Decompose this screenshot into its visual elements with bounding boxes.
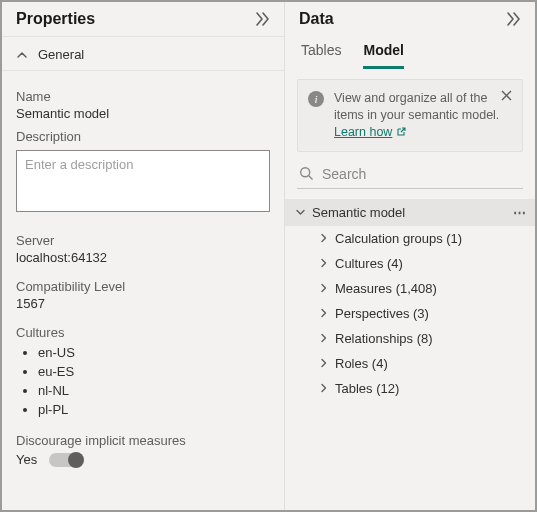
tree-root-more-button[interactable]: ⋯ xyxy=(513,205,527,220)
chevron-right-icon xyxy=(319,333,329,343)
chevron-double-right-icon xyxy=(255,12,271,26)
svg-point-0 xyxy=(301,168,310,177)
tab-tables[interactable]: Tables xyxy=(301,42,341,69)
search-icon xyxy=(299,166,314,181)
tree-item[interactable]: Cultures (4) xyxy=(285,251,535,276)
cultures-label: Cultures xyxy=(16,325,270,340)
data-collapse-button[interactable] xyxy=(505,10,523,28)
tree-root-label: Semantic model xyxy=(312,205,405,220)
properties-pane: Properties General Name Semantic model D… xyxy=(2,2,285,510)
close-icon xyxy=(501,90,512,101)
info-icon: i xyxy=(308,91,324,107)
tree-item-label: Roles (4) xyxy=(335,356,388,371)
general-section-header[interactable]: General xyxy=(2,36,284,71)
tree-item-label: Relationships (8) xyxy=(335,331,433,346)
tree-root-semantic-model[interactable]: Semantic model ⋯ xyxy=(285,199,535,226)
list-item: pl-PL xyxy=(38,401,270,420)
chevron-double-right-icon xyxy=(506,12,522,26)
compat-value: 1567 xyxy=(16,296,270,311)
tree-item[interactable]: Relationships (8) xyxy=(285,326,535,351)
data-title: Data xyxy=(299,10,334,28)
description-label: Description xyxy=(16,129,270,144)
tip-close-button[interactable] xyxy=(497,86,516,105)
tree-item[interactable]: Tables (12) xyxy=(285,376,535,401)
discourage-label: Discourage implicit measures xyxy=(16,433,270,448)
name-label: Name xyxy=(16,89,270,104)
properties-title: Properties xyxy=(16,10,95,28)
chevron-down-icon xyxy=(295,207,306,218)
tab-model[interactable]: Model xyxy=(363,42,403,69)
cultures-list: en-US eu-ES nl-NL pl-PL xyxy=(38,344,270,419)
name-value: Semantic model xyxy=(16,106,270,121)
list-item: nl-NL xyxy=(38,382,270,401)
chevron-right-icon xyxy=(319,283,329,293)
tree-item-label: Calculation groups (1) xyxy=(335,231,462,246)
general-section-label: General xyxy=(38,47,84,62)
tree-item-label: Cultures (4) xyxy=(335,256,403,271)
server-value: localhost:64132 xyxy=(16,250,270,265)
tree-item-label: Perspectives (3) xyxy=(335,306,429,321)
tree-item-label: Measures (1,408) xyxy=(335,281,437,296)
chevron-up-icon xyxy=(16,49,28,61)
properties-collapse-button[interactable] xyxy=(254,10,272,28)
tip-text: View and organize all of the items in yo… xyxy=(334,91,499,122)
data-pane: Data Tables Model i View and organize al… xyxy=(285,2,535,510)
chevron-right-icon xyxy=(319,258,329,268)
compat-label: Compatibility Level xyxy=(16,279,270,294)
discourage-value: Yes xyxy=(16,452,37,467)
search-input[interactable] xyxy=(322,166,521,182)
tree-item[interactable]: Perspectives (3) xyxy=(285,301,535,326)
info-tip: i View and organize all of the items in … xyxy=(297,79,523,152)
tree-item[interactable]: Measures (1,408) xyxy=(285,276,535,301)
tree-item[interactable]: Calculation groups (1) xyxy=(285,226,535,251)
discourage-toggle[interactable] xyxy=(49,453,83,467)
search-box[interactable] xyxy=(297,162,523,189)
list-item: eu-ES xyxy=(38,363,270,382)
server-label: Server xyxy=(16,233,270,248)
tree-item-label: Tables (12) xyxy=(335,381,399,396)
chevron-right-icon xyxy=(319,358,329,368)
list-item: en-US xyxy=(38,344,270,363)
chevron-right-icon xyxy=(319,308,329,318)
external-link-icon xyxy=(396,127,406,137)
learn-how-label: Learn how xyxy=(334,124,392,141)
chevron-right-icon xyxy=(319,233,329,243)
chevron-right-icon xyxy=(319,383,329,393)
model-tree: Semantic model ⋯ Calculation groups (1) … xyxy=(285,199,535,401)
tree-item[interactable]: Roles (4) xyxy=(285,351,535,376)
svg-line-1 xyxy=(309,176,313,180)
learn-how-link[interactable]: Learn how xyxy=(334,124,406,141)
description-input[interactable] xyxy=(16,150,270,212)
